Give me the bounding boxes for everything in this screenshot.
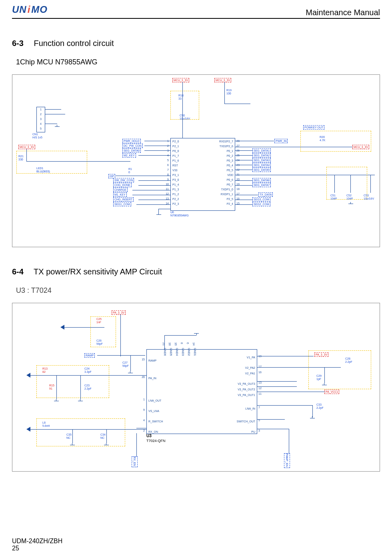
- component-label: C332.2pF: [316, 403, 324, 410]
- page-header: UNiMO Maintenance Manual: [12, 4, 380, 19]
- net-label: SEG_DATA7: [252, 183, 271, 187]
- net-label: SEG_DATA0: [122, 148, 141, 153]
- ic-u6: P2_0P2_1P0_0P1_7P1_6RSTV33P3_1P3_0P1_4P1…: [170, 138, 235, 211]
- arrow-icon: [60, 325, 64, 330]
- section-6-3-sub: 1Chip MCU N79855AWG: [16, 58, 380, 66]
- component-label: C34NC: [100, 433, 106, 440]
- component-label: C243.3pF: [84, 367, 92, 374]
- net-label: SEG1_COM: [113, 202, 131, 206]
- model-number: UDM-240ZH/ZBH: [12, 538, 62, 545]
- ic-u3: GND6 GND5 GND4 GND3 GND2 GND1 RAMP PA_IN…: [146, 349, 257, 434]
- pin-labels-right: V1_PA V2_PA2 V2_PA1 V3_PA_OUT3 V3_PA_OUT…: [237, 355, 255, 435]
- component-label: C232.2pF: [84, 384, 92, 390]
- net-label: SEG_DATA4: [252, 163, 271, 167]
- pin-numbers: 15 20 1 9 4 2: [138, 354, 145, 436]
- doc-title: Maintenance Manual: [306, 8, 380, 17]
- net-label: PWR_HOLD: [122, 139, 141, 143]
- net-label: SEG_DATA1: [252, 148, 271, 153]
- component-label: C5010u/16V: [180, 114, 190, 120]
- pin-numbers: 2827262524232221201918171615: [236, 139, 240, 206]
- section-num: 6-4: [12, 267, 24, 276]
- net-label: POWKEY OUT: [303, 125, 324, 130]
- arrow-icon: [26, 427, 30, 432]
- page-number: 25: [12, 545, 62, 552]
- pin-labels-left: P2_0P2_1P0_0P1_7P1_6RSTV33P3_1P3_0P1_4P1…: [172, 139, 179, 206]
- pin-labels-right: RXD2P2_7TXD2P2_6P0_1P0_2P0_3P0_4P0_5VDDP…: [219, 139, 233, 206]
- component-label: R19100: [226, 89, 232, 95]
- component-label: C2756pF: [122, 361, 129, 368]
- component-label: C52104P: [346, 194, 353, 200]
- component-label: C291pF: [316, 374, 322, 381]
- schematic-mcu: MCU_3_3V MCU_3_3V R1833 C5010u/16V R1910…: [12, 74, 380, 247]
- gnd-icon: [104, 443, 109, 447]
- component-label: T7024-QFN: [146, 439, 166, 442]
- component-label: R21330: [18, 155, 24, 161]
- section-title: TX power/RX sensitivity AMP Circuit: [34, 267, 162, 276]
- component-label: R204.7K: [320, 136, 325, 142]
- net-label: SEG_DATA5: [252, 168, 271, 172]
- gnd-icon: [348, 202, 353, 206]
- net-label: M2_KEY: [122, 153, 136, 158]
- section-6-4-heading: 6-4 TX power/RX sensitivity AMP Circuit: [12, 267, 380, 276]
- connector-cn1: 1 2 3 4 5: [36, 107, 45, 132]
- group-box: [16, 151, 87, 174]
- net-label: SEG_DATA6: [252, 178, 271, 182]
- gnd-icon: [310, 416, 315, 420]
- net-label: TX_DATA: [258, 192, 273, 197]
- component-label: L85.6nH: [42, 421, 50, 428]
- gnd-icon: [55, 125, 60, 129]
- net-label: SEG_DATA2: [252, 153, 271, 158]
- gnd-icon: [156, 213, 161, 217]
- net-label: PWR_IN: [274, 139, 288, 143]
- page-footer: UDM-240ZH/ZBH 25: [12, 538, 62, 552]
- component-label: C251nF: [96, 318, 102, 324]
- section-6-4-sub: U3 : T7024: [16, 286, 380, 295]
- net-label: CHG_INSERT: [113, 197, 134, 202]
- pin-labels-left: RAMP PA_IN LNA_OUT VS_LNA R_SWITCH RX_ON: [148, 356, 163, 437]
- section-title: Function control circuit: [34, 39, 114, 48]
- section-6-3-heading: 6-3 Function control circuit: [12, 39, 380, 48]
- component-label: R1382: [42, 367, 48, 374]
- component-label: U3: [146, 434, 152, 438]
- component-label: C282.2pF: [345, 357, 352, 364]
- pin-numbers: 2118168614: [162, 342, 195, 346]
- net-label: RX_EN: [132, 456, 138, 467]
- component-label: LED1BLU(0603): [36, 167, 50, 173]
- net-label: SEG3_COM: [252, 197, 270, 202]
- brand-logo: UNiMO: [12, 4, 48, 15]
- net-label: PA_3_3V: [112, 310, 126, 315]
- section-num: 6-3: [12, 39, 24, 48]
- component-label: CN1H/S 1x5: [32, 133, 42, 139]
- gnd-icon: [322, 383, 327, 387]
- gnd-icon: [128, 371, 133, 375]
- group-box: [90, 316, 116, 347]
- schematic-amp: PA_3_3V C251nF C2656pF RAMP C2756pF R138…: [12, 303, 380, 472]
- net-label: MCU_3_3V: [214, 78, 231, 82]
- component-label: C2656pF: [96, 339, 103, 346]
- component-label: R10: [128, 168, 132, 174]
- net-label: PA_VCC1: [324, 390, 339, 394]
- component-label: U6N79E855AWG: [170, 211, 189, 217]
- gnd-icon: [70, 443, 75, 447]
- net-label: CHG_DONE: [113, 183, 132, 187]
- arrow-icon: [26, 373, 30, 378]
- net-label: SEG_DATA3: [252, 158, 271, 162]
- gnd-icon: [78, 399, 83, 403]
- pin-labels-top: GND6 GND5 GND4 GND3 GND2 GND1: [164, 348, 196, 356]
- gnd-icon: [54, 399, 59, 403]
- net-label: DC_PW_CON: [122, 144, 143, 148]
- pin-numbers: 19 17 16 13 12 11 7 5 3: [258, 354, 262, 434]
- net-label: MCU_3_3V: [172, 78, 189, 82]
- net-label: MCU_3_3V: [18, 145, 35, 149]
- net-label: CHARGE: [113, 188, 128, 192]
- net-label: PAMP_EN: [284, 453, 290, 468]
- component-label: R1591: [49, 384, 54, 390]
- gnd-icon: [194, 331, 199, 335]
- component-label: C51104P: [330, 194, 337, 200]
- net-label: SEG2_COM: [252, 202, 270, 206]
- group-box: [308, 350, 371, 389]
- net-label: MCU_3_3V: [352, 145, 369, 149]
- net-label: RAMP: [84, 353, 95, 358]
- pin-numbers: 1234567891011121314: [162, 139, 169, 206]
- net-label: SW_DW_CON: [113, 178, 134, 182]
